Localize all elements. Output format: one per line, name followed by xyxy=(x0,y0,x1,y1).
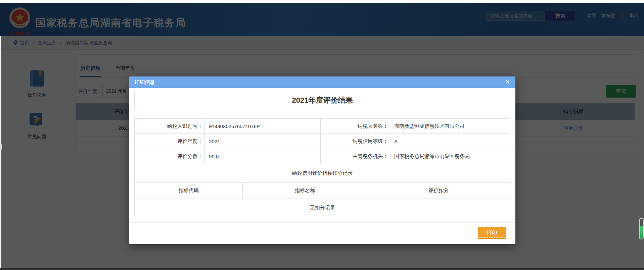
table-row: 纳税信用评价指标扣分记录 xyxy=(135,164,510,183)
eval-year-label: 评价年度： xyxy=(135,134,205,149)
eval-score-label: 评价分数： xyxy=(135,149,205,164)
modal-title: 详细信息 xyxy=(135,76,155,88)
deduction-section-caption: 纳税信用评价指标扣分记录 xyxy=(135,164,510,183)
print-button[interactable]: 打印 xyxy=(478,227,506,239)
column-header-indicator-name: 指标名称 xyxy=(243,183,367,199)
screen: 中国税务 国家税务总局湖南省电子税务局 搜索 欢迎，黄东波 ｜ 退出 首页 > … xyxy=(0,0,644,270)
modal-header: 详细信息 ✕ xyxy=(129,76,515,88)
side-drawer-handle[interactable] xyxy=(0,144,2,150)
credit-grade-label: 纳税信用等级： xyxy=(320,134,390,149)
window-top-edge xyxy=(0,0,644,3)
result-title: 2021年度评价结果 xyxy=(134,91,510,109)
detail-modal: 详细信息 ✕ 2021年度评价结果 纳税人识别号： 91430302576571… xyxy=(129,76,515,244)
no-records-text: 无扣分记录 xyxy=(135,199,510,217)
taxpayer-id-label: 纳税人识别号： xyxy=(135,119,205,134)
taxpayer-name-label: 纳税人名称： xyxy=(320,119,390,134)
tax-authority-value: 国家税务总局湘潭市雨湖区税务局 xyxy=(390,149,510,164)
window-left-edge xyxy=(0,36,1,268)
eval-year-value: 2021 xyxy=(205,134,321,149)
table-row: 指标代码 指标名称 评价扣分 xyxy=(135,183,510,199)
taxpayer-name-value: 湖南新蓝恒成信息技术有限公司 xyxy=(390,119,510,134)
credit-grade-value: A xyxy=(390,134,510,149)
table-row: 评价年度： 2021 纳税信用等级： A xyxy=(135,134,510,149)
column-header-indicator-code: 指标代码 xyxy=(135,183,243,199)
scroll-indicator-fill xyxy=(640,226,643,239)
column-header-eval-deduction: 评价扣分 xyxy=(367,183,510,199)
modal-body: 2021年度评价结果 纳税人识别号： 91430302576571076P 纳税… xyxy=(129,88,515,217)
modal-footer-divider xyxy=(129,222,515,223)
table-row: 无扣分记录 xyxy=(135,199,510,217)
scroll-indicator-widget[interactable] xyxy=(639,218,644,239)
table-row: 纳税人识别号： 91430302576571076P 纳税人名称： 湖南新蓝恒成… xyxy=(135,119,510,134)
close-icon[interactable]: ✕ xyxy=(503,76,512,88)
deduction-records-table: 纳税信用评价指标扣分记录 指标代码 指标名称 评价扣分 无扣分记录 xyxy=(134,164,510,217)
taxpayer-id-value: 91430302576571076P xyxy=(205,119,321,134)
taxpayer-info-table: 纳税人识别号： 91430302576571076P 纳税人名称： 湖南新蓝恒成… xyxy=(134,118,510,164)
eval-score-value: 90.0 xyxy=(205,149,321,164)
table-row: 评价分数： 90.0 主管税务机关： 国家税务总局湘潭市雨湖区税务局 xyxy=(135,149,510,164)
tax-authority-label: 主管税务机关： xyxy=(320,149,390,164)
